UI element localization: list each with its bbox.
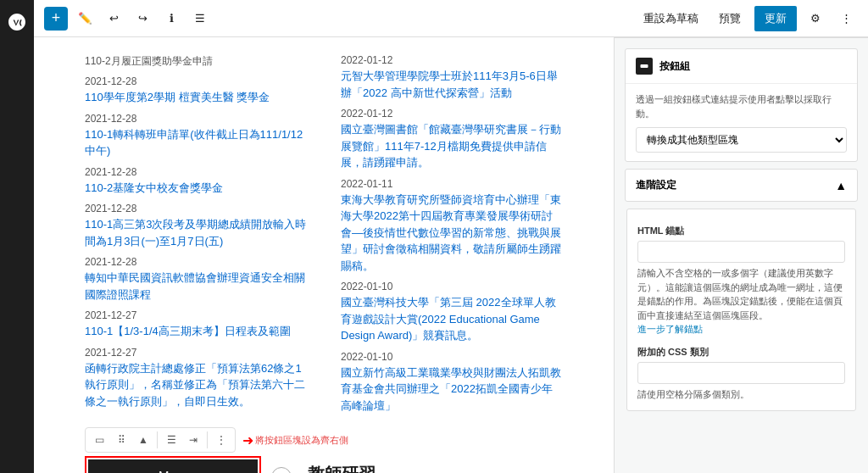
drag-handle-icon[interactable]: ⠿ (111, 430, 131, 450)
list-item: 2021-12-28 110-1轉科轉班申請單(收件截止日為111/1/12中午… (85, 113, 307, 159)
button-group-header[interactable]: 按鈕組 (626, 49, 857, 84)
main-content: 110-2月履正園獎助學金申請 2021-12-28 110學年度第2學期 榿實… (34, 37, 614, 473)
block-icon (636, 58, 653, 75)
add-after-button[interactable]: + (271, 467, 292, 473)
css-classes-input[interactable] (637, 362, 845, 384)
right-sidebar: 頁面 區塊 ✕ 按鈕組 透過一組按鈕樣式連結提示使用者點擊以採取行動。 轉換成其… (614, 0, 868, 473)
news-link[interactable]: 國立臺灣圖書館「館藏臺灣學研究書展－行動展覽館」111年7-12月檔期免費提供申… (341, 121, 563, 171)
wp-logo (2, 7, 32, 37)
section-title: 教師研習 (308, 463, 376, 473)
html-anchor-input[interactable] (637, 241, 845, 263)
button-group-title: 按鈕組 (659, 59, 690, 74)
undo-button[interactable]: ↩ (102, 7, 125, 31)
red-outline-box: More (85, 456, 261, 473)
list-item: 2022-01-10 國立新竹高級工業職業學校與財團法人拓凱教育基金會共同辦理之… (341, 351, 563, 415)
html-anchor-label: HTML 錨點 (637, 225, 845, 237)
update-button[interactable]: 更新 (754, 6, 797, 31)
redo-button[interactable]: ↪ (131, 7, 154, 31)
top-bar-right: 重設為草稿 預覽 更新 ⚙ ⋮ (637, 6, 858, 31)
list-item: 2021-12-27 函轉行政院主計總處修正「預算法第62條之1執行原則」，名稱… (85, 347, 307, 410)
news-link[interactable]: 函轉行政院主計總處修正「預算法第62條之1執行原則」，名稱並修正為「預算法第六十… (85, 360, 307, 410)
news-link[interactable]: 國立臺灣科技大學「第三屆 2022全球單人教育遊戲設計大賞(2022 Educa… (341, 294, 563, 344)
list-item: 2022-01-10 國立臺灣科技大學「第三屆 2022全球單人教育遊戲設計大賞… (341, 281, 563, 344)
list-item: 2022-01-11 東海大學教育研究所暨師資培育中心辦理「東海大學2022第十… (341, 178, 563, 275)
add-block-button[interactable]: + (44, 7, 68, 31)
news-link[interactable]: 110-1高三第3次段考及學期總成績開放輸入時間為1月3日(一)至1月7日(五) (85, 216, 307, 249)
button-group-body: 透過一組按鈕樣式連結提示使用者點擊以採取行動。 轉換成其他類型區塊 (626, 84, 857, 161)
button-group-section: 按鈕組 透過一組按鈕樣式連結提示使用者點擊以採取行動。 轉換成其他類型區塊 (625, 48, 858, 162)
list-item: 2022-01-12 元智大學管理學院學士班於111年3月5-6日舉辦「2022… (341, 54, 563, 101)
block-square-icon[interactable]: ▭ (89, 430, 109, 450)
list-item: 110-2月履正園獎助學金申請 (85, 54, 307, 69)
block-toolbar: ▭ ⠿ ▲ ☰ ⇥ ⋮ (85, 427, 236, 453)
css-classes-desc: 請使用空格分隔多個類別。 (637, 387, 845, 402)
html-anchor-desc: 請輸入不含空格的一或多個字（建議使用英數字元）。這能讓這個區塊的網址成為唯一網址… (637, 266, 845, 322)
move-up-icon[interactable]: ▲ (133, 430, 153, 450)
advanced-fields: HTML 錨點 請輸入不含空格的一或多個字（建議使用英數字元）。這能讓這個區塊的… (626, 209, 856, 411)
list-item: 2021-12-27 110-1【1/3-1/4高三期末考】日程表及範圍 (85, 309, 307, 340)
more-block-options-icon[interactable]: ⋮ (211, 430, 231, 450)
news-col-left: 110-2月履正園獎助學金申請 2021-12-28 110學年度第2學期 榿實… (85, 54, 307, 420)
more-button[interactable]: More (88, 459, 258, 473)
sidebar-content: 按鈕組 透過一組按鈕樣式連結提示使用者點擊以採取行動。 轉換成其他類型區塊 進階… (615, 38, 868, 421)
save-draft-button[interactable]: 重設為草稿 (637, 8, 705, 30)
news-link[interactable]: 110-2基隆女中校友會獎學金 (85, 180, 307, 197)
more-button-wrapper: More + 教師研習 (85, 456, 563, 473)
button-group-title-row: 按鈕組 (636, 58, 690, 75)
list-view-button[interactable]: ☰ (188, 7, 212, 31)
list-item: 2021-12-28 110-2基隆女中校友會獎學金 (85, 166, 307, 197)
top-bar-left: + ✏️ ↩ ↪ ℹ ☰ (44, 7, 630, 31)
advanced-settings-title: 進階設定 (636, 178, 676, 192)
pencil-icon-button[interactable]: ✏️ (73, 7, 97, 31)
wordpress-icon (7, 12, 27, 32)
advanced-content: HTML 錨點 請輸入不含空格的一或多個字（建議使用英數字元）。這能讓這個區塊的… (625, 209, 858, 411)
top-bar: + ✏️ ↩ ↪ ℹ ☰ 重設為草稿 預覽 更新 ⚙ ⋮ (34, 0, 868, 37)
settings-button[interactable]: ⚙ (804, 7, 827, 31)
content-area: 110-2月履正園獎助學金申請 2021-12-28 110學年度第2學期 榿實… (85, 54, 563, 473)
list-item: 2021-12-28 110學年度第2學期 榿實美生醫 獎學金 (85, 75, 307, 106)
advanced-settings-header[interactable]: 進階設定 ▲ (625, 169, 858, 202)
news-link[interactable]: 110-1轉科轉班申請單(收件截止日為111/1/12中午) (85, 126, 307, 159)
css-classes-label: 附加的 CSS 類別 (637, 346, 845, 359)
info-button[interactable]: ℹ (159, 7, 183, 31)
news-columns: 110-2月履正園獎助學金申請 2021-12-28 110學年度第2學期 榿實… (85, 54, 563, 420)
wp-toolbar (0, 0, 34, 473)
news-col-right: 2022-01-12 元智大學管理學院學士班於111年3月5-6日舉辦「2022… (341, 54, 563, 420)
block-toolbar-row: ▭ ⠿ ▲ ☰ ⇥ ⋮ ➜ 將按鈕區塊設為齊右側 (85, 427, 563, 453)
transform-select[interactable]: 轉換成其他類型區塊 (636, 127, 847, 153)
button-group-icon (639, 61, 649, 71)
align-right-icon[interactable]: ⇥ (183, 430, 203, 450)
list-item: 2021-12-28 110-1高三第3次段考及學期總成績開放輸入時間為1月3日… (85, 203, 307, 249)
list-item: 2022-01-12 國立臺灣圖書館「館藏臺灣學研究書展－行動展覽館」111年7… (341, 108, 563, 171)
list-item: 2021-12-28 轉知中華民國資訊軟體協會辦理資通安全相關國際證照課程 (85, 256, 307, 303)
button-group-desc: 透過一組按鈕樣式連結提示使用者點擊以採取行動。 (636, 92, 847, 120)
chevron-up-icon: ▲ (835, 179, 847, 192)
preview-button[interactable]: 預覽 (712, 8, 748, 30)
news-link[interactable]: 元智大學管理學院學士班於111年3月5-6日舉辦「2022 高中新世代探索營」活… (341, 68, 563, 101)
annotation-label: ➜ 將按鈕區塊設為齊右側 (242, 432, 348, 448)
more-options-button[interactable]: ⋮ (834, 7, 858, 31)
toolbar-divider (157, 431, 158, 448)
news-link[interactable]: 轉知中華民國資訊軟體協會辦理資通安全相關國際證照課程 (85, 270, 307, 303)
learn-more-link[interactable]: 進一步了解錨點 (637, 324, 703, 334)
news-link[interactable]: 東海大學教育研究所暨師資培育中心辦理「東海大學2022第十四屆教育專業發展學術研… (341, 192, 563, 275)
toolbar-divider-2 (207, 431, 208, 448)
svg-rect-0 (641, 64, 648, 68)
news-link[interactable]: 110學年度第2學期 榿實美生醫 獎學金 (85, 89, 307, 106)
news-link[interactable]: 國立新竹高級工業職業學校與財團法人拓凱教育基金會共同辦理之「2022拓凱全國青少… (341, 364, 563, 415)
news-link[interactable]: 110-1【1/3-1/4高三期末考】日程表及範圍 (85, 323, 307, 340)
align-center-icon[interactable]: ☰ (161, 430, 181, 450)
